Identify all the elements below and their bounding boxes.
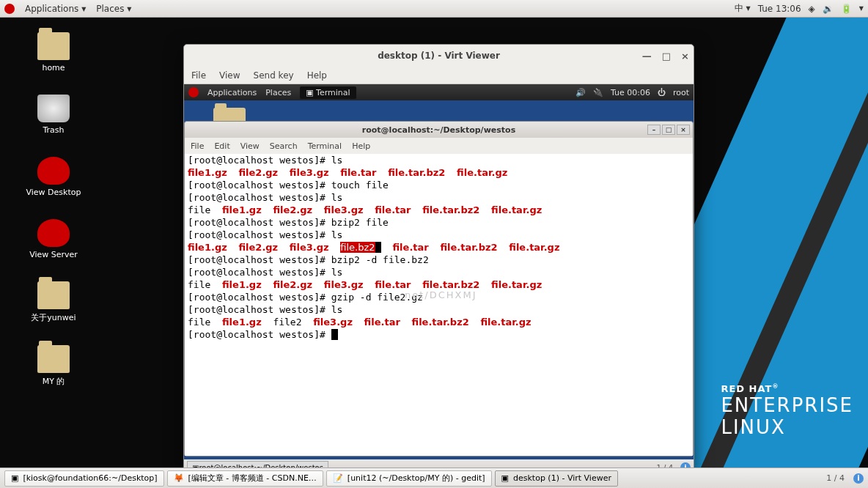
minimize-button[interactable]: — (642, 51, 652, 62)
terminal-window: root@localhost:~/Desktop/westos – □ × Fi… (184, 121, 694, 456)
task-label: [编辑文章 - 博客频道 - CSDN.NE… (188, 473, 317, 484)
terminal-menu-view[interactable]: View (240, 141, 260, 151)
terminal-maximize-button[interactable]: □ (662, 125, 675, 135)
guest-terminal-indicator[interactable]: ▣ Terminal (300, 86, 356, 99)
virt-viewer-title: desktop (1) - Virt Viewer (378, 51, 500, 61)
workspace-indicator[interactable]: 1 / 4 (820, 473, 850, 483)
info-icon[interactable]: i (853, 473, 864, 484)
redhat-brand-text: RED HAT® ENTERPRISE LINUX (721, 383, 853, 438)
ime-indicator[interactable]: 中 ▼ (735, 2, 751, 15)
guest-volume-icon[interactable]: 🔊 (575, 88, 586, 97)
task-icon: 📝 (333, 473, 343, 483)
task-icon: ▣ (501, 473, 509, 483)
folder-icon (37, 345, 70, 373)
places-menu[interactable]: Places ▼ (96, 4, 131, 14)
virt-viewer-window: desktop (1) - Virt Viewer — □ × FileView… (183, 44, 694, 467)
redhat-logo-icon (4, 4, 15, 14)
guest-desktop: Applications Places ▣ Terminal 🔊 🔌 Tue 0… (184, 84, 694, 467)
taskbar-item[interactable]: 📝[unit12 (~/Desktop/MY 的) - gedit] (326, 470, 492, 487)
task-label: desktop (1) - Virt Viewer (513, 473, 611, 483)
icon-label: View Desktop (26, 188, 81, 197)
user-menu[interactable]: ▼ (859, 5, 864, 12)
terminal-title: root@localhost:~/Desktop/westos (362, 125, 515, 135)
battery-icon[interactable]: 🔋 (841, 4, 852, 14)
volume-icon[interactable]: 🔉 (823, 4, 834, 14)
terminal-output[interactable]: [root@localhost westos]# ls file1.gz fil… (185, 154, 693, 456)
guest-applications-menu[interactable]: Applications (207, 88, 257, 97)
terminal-menu-search[interactable]: Search (270, 141, 298, 151)
virt-viewer-menubar: FileViewSend keyHelp (184, 67, 694, 84)
terminal-minimize-button[interactable]: – (647, 125, 661, 135)
network-icon[interactable]: ◈ (809, 4, 815, 14)
guest-taskbar-item[interactable]: ▣ root@localhost:~/Desktop/westos (187, 461, 328, 467)
guest-network-icon[interactable]: 🔌 (593, 88, 603, 97)
terminal-titlebar[interactable]: root@localhost:~/Desktop/westos – □ × (185, 122, 693, 138)
task-label: [kiosk@foundation66:~/Desktop] (23, 473, 157, 483)
folder-icon (37, 219, 70, 247)
icon-label: MY 的 (43, 376, 65, 387)
menu-help[interactable]: Help (307, 70, 327, 81)
guest-info-icon[interactable]: i (680, 462, 691, 467)
maximize-button[interactable]: □ (662, 51, 671, 62)
guest-user[interactable]: root (673, 88, 689, 97)
desktop-icon-trash[interactable]: Trash (22, 95, 85, 135)
guest-places-menu[interactable]: Places (265, 88, 291, 97)
task-icon: ▣ (11, 473, 18, 483)
guest-top-panel: Applications Places ▣ Terminal 🔊 🔌 Tue 0… (184, 84, 694, 100)
menu-view[interactable]: View (219, 70, 240, 81)
folder-icon (37, 281, 70, 309)
icon-label: View Server (29, 250, 78, 259)
folder-icon (37, 32, 70, 60)
icon-label: Trash (43, 125, 64, 135)
taskbar-item[interactable]: ▣[kiosk@foundation66:~/Desktop] (4, 470, 164, 487)
taskbar-item[interactable]: ▣desktop (1) - Virt Viewer (495, 470, 618, 487)
desktop-icon-关于yunwei[interactable]: 关于yunwei (22, 281, 85, 323)
redhat-logo-icon (188, 87, 199, 97)
close-button[interactable]: × (681, 51, 689, 62)
icon-label: home (42, 63, 65, 73)
applications-menu[interactable]: Applications ▼ (25, 4, 86, 14)
host-top-panel: Applications ▼ Places ▼ 中 ▼ Tue 13:06 ◈ … (0, 0, 868, 18)
folder-icon (37, 157, 70, 185)
desktop-icon-view-desktop[interactable]: View Desktop (22, 157, 85, 197)
terminal-menu-edit[interactable]: Edit (214, 141, 229, 151)
clock[interactable]: Tue 13:06 (758, 4, 801, 14)
terminal-menu-help[interactable]: Help (352, 141, 370, 151)
guest-bottom-panel: ▣ root@localhost:~/Desktop/westos 1 / 4 … (184, 459, 694, 467)
desktop-icon-view-server[interactable]: View Server (22, 219, 85, 259)
terminal-menu-file[interactable]: File (191, 141, 204, 151)
task-icon: 🦊 (174, 473, 184, 483)
desktop-icon-home[interactable]: home (22, 32, 85, 73)
desktop-icon-my-的[interactable]: MY 的 (22, 345, 85, 387)
menu-send-key[interactable]: Send key (254, 70, 294, 81)
icon-label: 关于yunwei (31, 312, 76, 323)
folder-icon (37, 95, 70, 122)
task-label: [unit12 (~/Desktop/MY 的) - gedit] (347, 473, 485, 484)
host-bottom-panel: ▣[kiosk@foundation66:~/Desktop]🦊[编辑文章 - … (0, 467, 868, 488)
guest-clock[interactable]: Tue 00:06 (611, 88, 650, 97)
guest-power-icon[interactable]: ⏻ (658, 88, 666, 97)
terminal-menubar: FileEditViewSearchTerminalHelp (185, 138, 693, 154)
terminal-menu-terminal[interactable]: Terminal (308, 141, 342, 151)
menu-file[interactable]: File (191, 70, 206, 81)
host-desktop: RED HAT® ENTERPRISE LINUX homeTrashView … (0, 18, 868, 467)
taskbar-item[interactable]: 🦊[编辑文章 - 博客频道 - CSDN.NE… (167, 470, 323, 487)
virt-viewer-titlebar[interactable]: desktop (1) - Virt Viewer — □ × (184, 45, 694, 67)
terminal-close-button[interactable]: × (677, 125, 690, 135)
